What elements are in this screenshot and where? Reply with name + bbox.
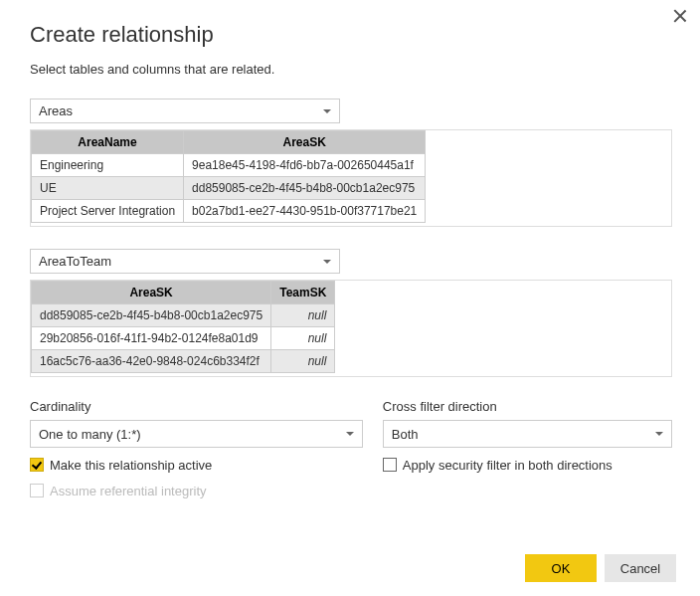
table1-col-1[interactable]: AreaSK: [184, 131, 426, 154]
chevron-down-icon: [346, 432, 354, 436]
security-checkbox-label: Apply security filter in both directions: [403, 458, 612, 473]
crossfilter-value: Both: [392, 427, 419, 442]
active-checkbox-row[interactable]: Make this relationship active: [30, 456, 363, 474]
security-checkbox-row[interactable]: Apply security filter in both directions: [383, 456, 672, 474]
cardinality-value: One to many (1:*): [39, 427, 141, 442]
dialog-footer: OK Cancel: [525, 554, 676, 582]
active-checkbox[interactable]: [30, 458, 44, 472]
referential-checkbox: [30, 484, 44, 497]
table2-col-1[interactable]: TeamSK: [271, 282, 335, 304]
table-row[interactable]: 16ac5c76-aa36-42e0-9848-024c6b334f2f nul…: [32, 350, 335, 373]
table1-col-0[interactable]: AreaName: [32, 131, 184, 154]
table1-grid: AreaName AreaSK Engineering 9ea18e45-419…: [31, 130, 426, 223]
dialog-content: Create relationship Select tables and co…: [0, 0, 700, 499]
referential-checkbox-row: Assume referential integrity: [30, 482, 363, 499]
table1-dropdown[interactable]: Areas: [30, 99, 340, 123]
table1-selected: Areas: [39, 103, 73, 118]
table2-dropdown[interactable]: AreaToTeam: [30, 249, 340, 274]
table-row[interactable]: 29b20856-016f-41f1-94b2-0124fe8a01d9 nul…: [32, 327, 335, 350]
chevron-down-icon: [323, 109, 331, 113]
table2-grid: AreaSK TeamSK dd859085-ce2b-4f45-b4b8-00…: [31, 281, 335, 373]
table-row[interactable]: dd859085-ce2b-4f45-b4b8-00cb1a2ec975 nul…: [32, 304, 335, 327]
security-checkbox[interactable]: [383, 458, 397, 472]
close-icon[interactable]: [672, 8, 688, 24]
cancel-button[interactable]: Cancel: [605, 554, 676, 582]
page-subtitle: Select tables and columns that are relat…: [30, 62, 672, 77]
chevron-down-icon: [655, 432, 663, 436]
cardinality-label: Cardinality: [30, 399, 363, 414]
referential-checkbox-label: Assume referential integrity: [50, 484, 207, 498]
table2-selected: AreaToTeam: [39, 254, 111, 269]
table-row[interactable]: Engineering 9ea18e45-4198-4fd6-bb7a-0026…: [32, 154, 426, 177]
active-checkbox-label: Make this relationship active: [50, 458, 212, 473]
table2-col-0[interactable]: AreaSK: [32, 282, 271, 304]
chevron-down-icon: [323, 260, 331, 264]
crossfilter-label: Cross filter direction: [383, 399, 672, 414]
crossfilter-dropdown[interactable]: Both: [383, 420, 672, 448]
table2-preview: AreaSK TeamSK dd859085-ce2b-4f45-b4b8-00…: [30, 280, 672, 377]
page-title: Create relationship: [30, 22, 672, 48]
table-row[interactable]: Project Server Integration b02a7bd1-ee27…: [32, 200, 426, 223]
cardinality-dropdown[interactable]: One to many (1:*): [30, 420, 363, 448]
ok-button[interactable]: OK: [525, 554, 597, 582]
table-row[interactable]: UE dd859085-ce2b-4f45-b4b8-00cb1a2ec975: [32, 177, 426, 200]
table1-preview: AreaName AreaSK Engineering 9ea18e45-419…: [30, 129, 672, 227]
